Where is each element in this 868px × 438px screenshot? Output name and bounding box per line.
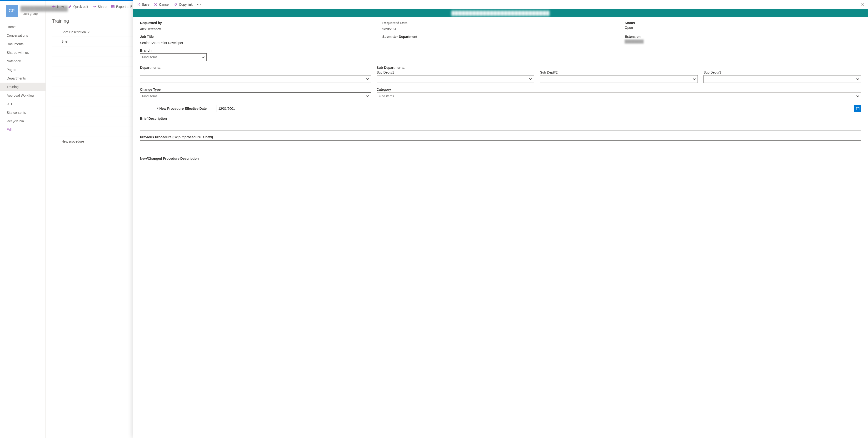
cmd-share[interactable]: Share: [92, 5, 106, 8]
pencil-icon: [68, 5, 72, 8]
nav-item-site-contents[interactable]: Site contents: [0, 108, 45, 117]
departments-input[interactable]: [142, 77, 369, 81]
cmd-quick-edit-label: Quick edit: [73, 5, 88, 8]
nav-item-documents[interactable]: Documents: [0, 40, 45, 48]
category-combobox[interactable]: [377, 92, 861, 100]
chevron-down-icon: [529, 77, 533, 81]
chevron-down-icon: [366, 77, 369, 81]
panel-hero: ████████████████████████████: [133, 9, 868, 17]
change-type-combobox[interactable]: [140, 92, 371, 100]
requested-by-value: Alex Terentiev: [140, 27, 377, 31]
change-type-input[interactable]: [142, 94, 369, 98]
panel-cancel-button[interactable]: Cancel: [154, 3, 169, 6]
date-picker-button[interactable]: [854, 105, 861, 112]
panel-command-bar: Save Cancel Copy link ···: [133, 0, 868, 9]
job-title-label: Job Title: [140, 35, 377, 38]
brief-description-label: Brief Description: [140, 117, 861, 121]
excel-icon: [111, 5, 115, 8]
category-input[interactable]: [379, 94, 859, 98]
edit-panel: Save Cancel Copy link ··· ██████████████…: [133, 0, 868, 438]
column-header-brief-label: Brief Description: [61, 30, 86, 34]
chevron-down-icon: [366, 94, 369, 98]
sub-dept-1-input[interactable]: [379, 77, 532, 81]
chevron-down-icon: [201, 55, 205, 59]
close-icon: [154, 3, 158, 6]
panel-cancel-label: Cancel: [159, 3, 169, 6]
sub-dept-2-combobox[interactable]: [540, 75, 698, 83]
chevron-down-icon: [856, 77, 860, 81]
previous-procedure-label: Previous Procedure (Skip if procedure is…: [140, 135, 861, 139]
sub-dept-3-combobox[interactable]: [704, 75, 861, 83]
panel-more-button[interactable]: ···: [197, 2, 201, 7]
new-procedure-input[interactable]: [140, 162, 861, 173]
calendar-icon: [856, 107, 860, 111]
departments-combobox[interactable]: [140, 75, 371, 83]
svg-rect-12: [856, 107, 859, 110]
sub-departments-label: Sub-Departments:: [377, 66, 861, 69]
panel-body: Requested by Alex Terentiev Requested Da…: [133, 17, 868, 438]
branch-label: Branch: [140, 49, 207, 52]
cmd-share-label: Share: [98, 5, 106, 8]
column-header-brief[interactable]: Brief Description: [61, 30, 90, 34]
branch-combobox[interactable]: [140, 53, 207, 61]
panel-copy-link-label: Copy link: [179, 3, 193, 6]
panel-close-button[interactable]: [861, 3, 865, 6]
sub-dept-3-input[interactable]: [706, 77, 859, 81]
nav-item-home[interactable]: Home: [0, 23, 45, 31]
more-icon: ···: [197, 2, 201, 7]
panel-copy-link-button[interactable]: Copy link: [174, 3, 193, 6]
save-icon: [137, 3, 141, 6]
cell-brief: Brief: [61, 39, 114, 43]
departments-label: Departments:: [140, 66, 371, 69]
nav-item-pages[interactable]: Pages: [0, 65, 45, 74]
category-label: Category: [377, 88, 861, 91]
branch-input[interactable]: [142, 55, 205, 59]
status-label: Status: [625, 21, 861, 25]
share-icon: [92, 5, 96, 8]
change-type-label: Change Type: [140, 88, 371, 91]
requested-date-label: Requested Date: [382, 21, 619, 25]
cmd-new-label: New: [57, 5, 64, 8]
nav-item-approval-workflow[interactable]: Approval Workflow: [0, 91, 45, 100]
brief-description-input[interactable]: [140, 123, 861, 130]
cmd-quick-edit[interactable]: Quick edit: [68, 5, 88, 8]
sub-dept-2-label: Sub Dept#2: [540, 70, 698, 74]
sub-dept-1-label: Sub Dept#1: [377, 70, 534, 74]
nav-item-training[interactable]: Training: [0, 83, 45, 91]
new-procedure-label: New/Changed Procedure Description: [140, 157, 861, 160]
nav-item-notebook[interactable]: Notebook: [0, 57, 45, 65]
effective-date-input[interactable]: [216, 105, 854, 112]
extension-value: ████████: [625, 39, 861, 43]
cmd-new[interactable]: New: [52, 5, 64, 8]
chevron-down-icon: [856, 94, 860, 98]
panel-hero-title: ████████████████████████████: [452, 11, 550, 16]
nav-item-recycle-bin[interactable]: Recycle bin: [0, 117, 45, 125]
sub-dept-2-input[interactable]: [542, 77, 695, 81]
nav-item-rte[interactable]: RTE: [0, 100, 45, 108]
nav-list: HomeConversationsDocumentsShared with us…: [0, 21, 45, 134]
job-title-value: Senior SharePoint Developer: [140, 41, 377, 45]
requested-by-label: Requested by: [140, 21, 377, 25]
left-nav: CP ██████████████ Public group HomeConve…: [0, 1, 46, 438]
submitter-dept-label: Submitter Department: [382, 35, 619, 38]
panel-save-button[interactable]: Save: [137, 3, 150, 6]
cell-brief: New procedure: [61, 139, 114, 143]
extension-label: Extension: [625, 35, 861, 38]
chevron-down-icon: [692, 77, 696, 81]
sub-dept-1-combobox[interactable]: [377, 75, 534, 83]
nav-item-shared-with-us[interactable]: Shared with us: [0, 48, 45, 57]
previous-procedure-input[interactable]: [140, 140, 861, 152]
plus-icon: [52, 5, 56, 8]
nav-item-departments[interactable]: Departments: [0, 74, 45, 83]
nav-item-conversations[interactable]: Conversations: [0, 31, 45, 40]
sub-dept-3-label: Sub Dept#3: [704, 70, 861, 74]
link-icon: [174, 3, 178, 6]
panel-save-label: Save: [142, 3, 150, 6]
site-logo: CP: [6, 5, 18, 17]
nav-edit-link[interactable]: Edit: [0, 125, 45, 134]
status-value: Open: [625, 26, 861, 30]
requested-date-value: 9/20/2020: [382, 27, 619, 31]
effective-date-label: * New Procedure Effective Date: [140, 107, 207, 111]
chevron-down-icon: [87, 31, 90, 34]
